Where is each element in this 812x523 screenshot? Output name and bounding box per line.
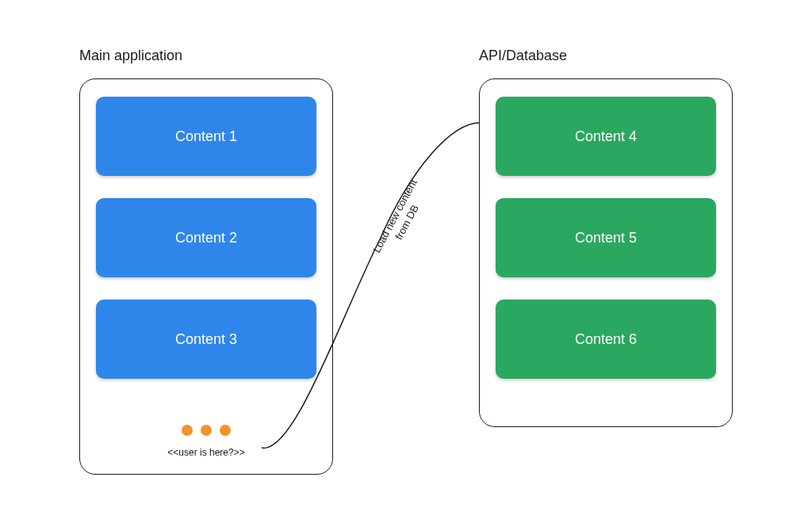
- content-card-label: Content 1: [175, 128, 237, 145]
- content-card-label: Content 6: [575, 331, 637, 348]
- content-card-label: Content 5: [575, 230, 637, 246]
- loading-dots: [182, 425, 231, 436]
- right-column: API/Database Content 4 Content 5 Content…: [479, 48, 733, 475]
- content-card-label: Content 4: [575, 128, 637, 145]
- left-title: Main application: [79, 48, 182, 64]
- content-card-label: Content 3: [175, 331, 237, 348]
- content-card-label: Content 2: [175, 230, 237, 246]
- content-card-4: Content 4: [496, 97, 716, 176]
- content-card-2: Content 2: [96, 198, 316, 277]
- right-title: API/Database: [479, 48, 567, 64]
- dot-icon: [220, 425, 231, 436]
- dot-icon: [182, 425, 193, 436]
- dot-icon: [201, 425, 212, 436]
- content-card-5: Content 5: [496, 198, 716, 277]
- api-db-frame: Content 4 Content 5 Content 6: [479, 78, 733, 427]
- diagram-container: Main application Content 1 Content 2 Con…: [0, 0, 812, 506]
- left-column: Main application Content 1 Content 2 Con…: [79, 48, 333, 475]
- main-app-frame: Content 1 Content 2 Content 3 <<user is …: [79, 78, 333, 475]
- content-card-1: Content 1: [96, 97, 316, 176]
- user-position-marker: <<user is here?>>: [167, 447, 244, 458]
- content-card-6: Content 6: [496, 300, 716, 379]
- content-card-3: Content 3: [96, 300, 316, 379]
